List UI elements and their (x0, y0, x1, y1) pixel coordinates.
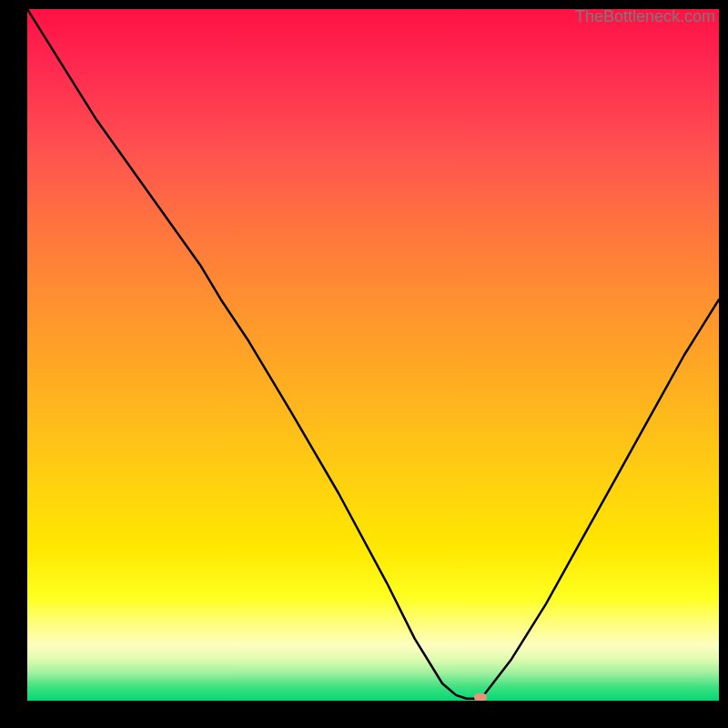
bottleneck-curve (27, 9, 719, 701)
plot-area (27, 9, 719, 701)
bottleneck-chart: TheBottleneck.com (0, 0, 728, 728)
optimal-point-marker (474, 693, 487, 701)
watermark-text: TheBottleneck.com (575, 7, 715, 26)
